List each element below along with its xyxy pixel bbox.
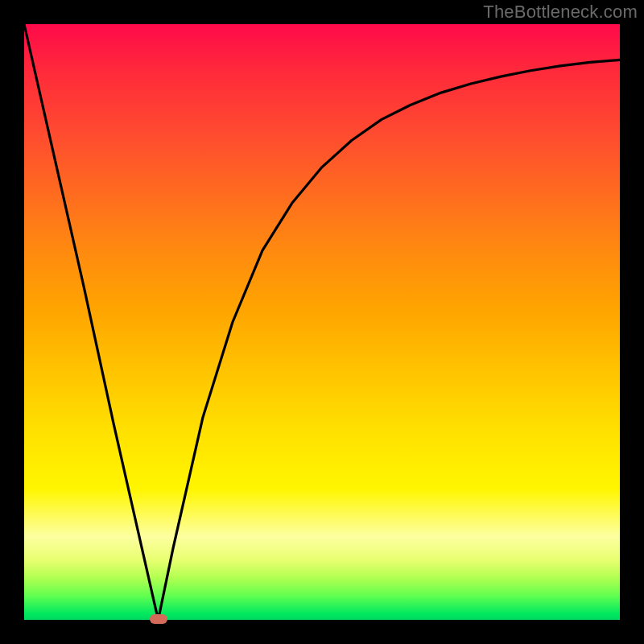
bottleneck-curve [24, 24, 620, 620]
optimum-marker [150, 614, 167, 624]
curve-path [24, 24, 620, 620]
plot-area [24, 24, 620, 620]
chart-frame: TheBottleneck.com [0, 0, 644, 644]
watermark-text: TheBottleneck.com [483, 2, 638, 23]
